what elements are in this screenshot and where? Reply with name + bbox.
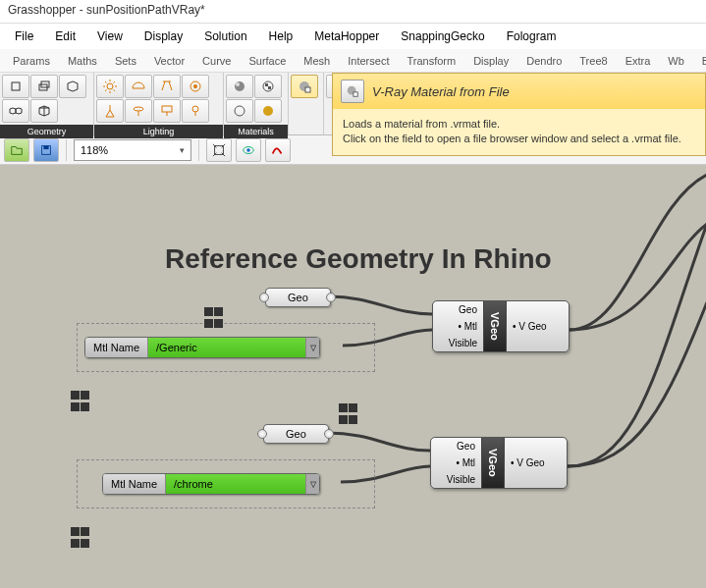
svg-point-8	[192, 106, 198, 112]
svg-point-10	[236, 82, 240, 86]
svg-point-4	[193, 84, 197, 88]
input-port[interactable]	[257, 429, 267, 439]
tab-vector[interactable]: Vector	[145, 52, 193, 70]
save-icon[interactable]	[33, 138, 59, 162]
svg-point-6	[134, 107, 143, 111]
menu-help[interactable]: Help	[258, 26, 304, 47]
svg-point-3	[107, 83, 113, 89]
text-field[interactable]: /chrome	[166, 474, 305, 494]
svg-rect-7	[162, 106, 172, 112]
tab-bar: Params Maths Sets Vector Curve Surface M…	[0, 49, 706, 73]
spot-icon[interactable]	[153, 75, 181, 98]
tab-bow[interactable]: Bow	[693, 52, 706, 70]
material-name-node[interactable]: Mtl Name /Generic ▽	[84, 337, 320, 358]
menu-file[interactable]: File	[4, 26, 44, 47]
chevron-down-icon[interactable]: ▽	[305, 474, 319, 494]
sphere-light-icon[interactable]	[182, 99, 209, 123]
cube-icon[interactable]	[59, 75, 86, 98]
group-icon[interactable]	[71, 391, 92, 412]
panel-label-geometry: Geometry	[0, 125, 93, 138]
output-port[interactable]	[326, 293, 336, 302]
tab-surface[interactable]: Surface	[240, 52, 295, 70]
geo-param-node[interactable]: Geo	[265, 288, 331, 307]
tab-extra[interactable]: Extra	[617, 52, 660, 70]
input-visible[interactable]: Visible	[431, 471, 481, 488]
omni-icon[interactable]	[182, 75, 209, 98]
input-port[interactable]	[259, 293, 269, 302]
disc-icon[interactable]	[125, 99, 152, 123]
tab-params[interactable]: Params	[4, 52, 59, 70]
material-name-node[interactable]: Mtl Name /chrome ▽	[102, 473, 320, 495]
material-glass-icon[interactable]	[226, 99, 253, 123]
geometry-icon[interactable]	[30, 75, 58, 98]
menu-edit[interactable]: Edit	[44, 26, 86, 47]
output-port[interactable]	[324, 429, 334, 439]
panel-label-lighting: Lighting	[94, 125, 223, 138]
tab-sets[interactable]: Sets	[106, 52, 145, 70]
output-vgeo[interactable]: • V Geo	[507, 301, 569, 351]
tooltip-title: V-Ray Material from File	[372, 84, 510, 99]
zoom-input[interactable]: 118%	[74, 139, 191, 161]
group-icon[interactable]	[71, 527, 92, 549]
menu-fologram[interactable]: Fologram	[496, 26, 568, 47]
component-title: VGeo	[483, 301, 507, 351]
sun-icon[interactable]	[96, 75, 124, 98]
menu-solution[interactable]: Solution	[193, 26, 257, 47]
vgeo-component[interactable]: Geo • Mtl Visible VGeo • V Geo	[430, 437, 568, 489]
material-from-file-icon[interactable]	[291, 75, 318, 98]
menu-snappinggecko[interactable]: SnappingGecko	[390, 26, 495, 47]
tab-tree8[interactable]: Tree8	[570, 52, 616, 70]
svg-rect-15	[305, 87, 310, 92]
group-icon[interactable]	[204, 307, 226, 329]
svg-rect-0	[12, 82, 20, 90]
ies-icon[interactable]	[96, 99, 124, 123]
menu-metahopper[interactable]: MetaHopper	[303, 26, 390, 47]
text-field[interactable]: /Generic	[148, 338, 305, 357]
material-sphere-icon[interactable]	[226, 75, 253, 98]
chevron-down-icon[interactable]: ▽	[305, 338, 319, 357]
input-label: Mtl Name	[85, 338, 148, 357]
rect-light-icon[interactable]	[153, 99, 181, 123]
tab-mesh[interactable]: Mesh	[295, 52, 339, 70]
menu-bar: File Edit View Display Solution Help Met…	[0, 24, 706, 49]
input-geo[interactable]: Geo	[431, 438, 481, 454]
input-mtl[interactable]: • Mtl	[433, 318, 483, 335]
geometry-icon[interactable]	[2, 75, 29, 98]
input-mtl[interactable]: • Mtl	[431, 454, 481, 471]
tab-dendro[interactable]: Dendro	[517, 52, 570, 70]
open-icon[interactable]	[4, 138, 29, 162]
svg-point-9	[235, 81, 244, 91]
tooltip-line: Click on the field to open a file browse…	[343, 132, 695, 146]
tab-intersect[interactable]: Intersect	[339, 52, 398, 70]
material-gold-icon[interactable]	[254, 99, 282, 123]
window-title: Grasshopper - sunPositionPathVRay*	[0, 0, 706, 24]
dome-icon[interactable]	[125, 75, 152, 98]
sketch-icon[interactable]	[265, 138, 291, 162]
svg-point-13	[263, 106, 273, 116]
input-visible[interactable]: Visible	[433, 335, 483, 351]
vgeo-component[interactable]: Geo • Mtl Visible VGeo • V Geo	[432, 300, 570, 352]
preview-icon[interactable]	[236, 138, 261, 162]
tooltip-line: Loads a material from .vrmat file.	[343, 117, 695, 132]
geo-param-node[interactable]: Geo	[263, 424, 329, 444]
material-from-file-icon	[341, 80, 364, 103]
menu-display[interactable]: Display	[134, 26, 193, 47]
group-icon[interactable]	[339, 403, 360, 425]
cubes-icon[interactable]	[2, 99, 29, 123]
component-title: VGeo	[481, 438, 505, 488]
tab-display[interactable]: Display	[464, 52, 517, 70]
tab-maths[interactable]: Maths	[59, 52, 106, 70]
input-geo[interactable]: Geo	[433, 301, 483, 318]
proxy-icon[interactable]	[30, 99, 58, 123]
tab-transform[interactable]: Transform	[398, 52, 464, 70]
canvas[interactable]: Reference Geometry In Rhino Geo Mtl Name…	[0, 165, 706, 588]
material-checker-icon[interactable]	[254, 75, 282, 98]
panel-label-materials: Materials	[224, 125, 288, 138]
tab-curve[interactable]: Curve	[193, 52, 240, 70]
zoom-extents-icon[interactable]	[206, 138, 232, 162]
svg-point-11	[263, 81, 273, 91]
menu-view[interactable]: View	[86, 26, 134, 47]
svg-point-25	[246, 148, 250, 152]
tab-wb[interactable]: Wb	[659, 52, 693, 70]
output-vgeo[interactable]: • V Geo	[505, 438, 567, 488]
